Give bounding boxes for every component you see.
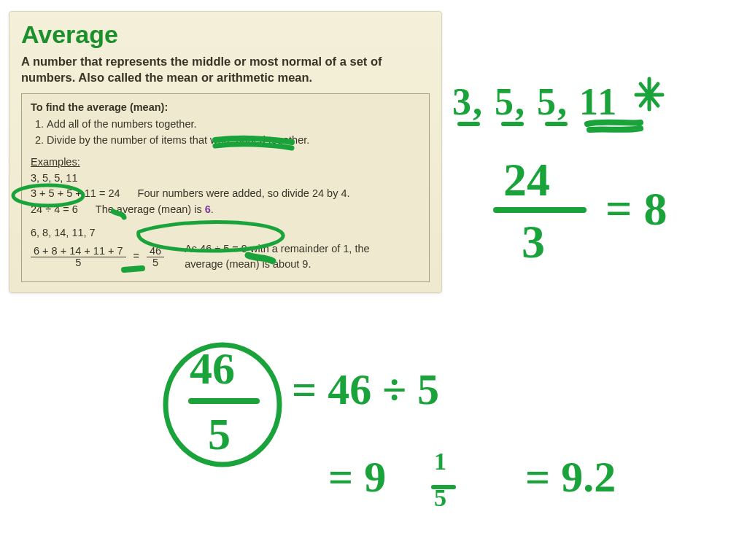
hw-rhs2a: = 9 (328, 452, 386, 502)
step-2: Divide by the number of items that were … (47, 133, 420, 149)
hw-rhs3: = 9.2 (525, 452, 616, 502)
ex1-result-val: 6 (205, 203, 211, 215)
card-inner: To find the average (mean): Add all of t… (21, 93, 430, 283)
ex2-frac2-bot: 5 (150, 257, 161, 268)
hw-onefifth-bot: 5 (434, 484, 446, 512)
hw-list: 3, 5, 5, 11 (452, 80, 618, 123)
hw-onefifth-top: 1 (434, 448, 446, 475)
ex2-frac-top: 6 + 8 + 14 + 11 + 7 (31, 246, 126, 257)
examples-label: Examples: (31, 156, 80, 168)
hw-24: 24 (503, 153, 550, 207)
hw-eq8: = 8 (605, 182, 667, 236)
ex2-frac-bot: 5 (72, 257, 84, 268)
ex1-set: 3, 5, 5, 11 (31, 171, 420, 187)
ex2-set: 6, 8, 14, 11, 7 (31, 225, 420, 241)
hw-3: 3 (522, 215, 545, 269)
card-definition: A number that represents the middle or m… (21, 53, 430, 86)
definition-card: Average A number that represents the mid… (9, 11, 442, 293)
ex1-result-pre: The average (mean) is (96, 203, 205, 215)
ex1-result-post: . (211, 203, 214, 215)
hw-46: 46 (190, 343, 235, 394)
card-title: Average (21, 20, 430, 49)
ex2-frac2-top: 46 (147, 246, 164, 257)
svg-point-6 (166, 345, 279, 464)
step-1: Add all of the numbers together. (47, 117, 420, 133)
ex2-note: As 46 ÷ 5 = 9 with a remainder of 1, the… (185, 241, 374, 273)
ex1-sum: 3 + 5 + 5 + 11 = 24 (31, 186, 120, 202)
hw-rhs1: = 46 ÷ 5 (292, 365, 439, 415)
steps-intro: To find the average (mean): (31, 100, 420, 116)
ex1-div: 24 ÷ 4 = 6 (31, 202, 78, 218)
ex2-equation: 6 + 8 + 14 + 11 + 75 = 465 As 46 ÷ 5 = 9… (31, 241, 420, 273)
ex1-result: The average (mean) is 6. (96, 202, 214, 218)
ex1-note: Four numbers were added, so divide 24 by… (138, 186, 350, 202)
ex2-eq: = (133, 249, 139, 265)
hw-5: 5 (208, 408, 231, 460)
